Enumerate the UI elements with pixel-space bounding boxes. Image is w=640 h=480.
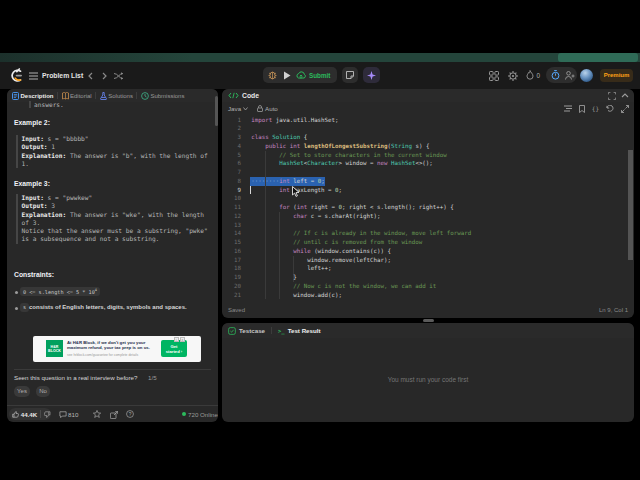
- line-number: 13: [222, 221, 241, 230]
- code-line: // Set to store characters in the curren…: [251, 151, 446, 160]
- tab-test-result[interactable]: Test Result: [288, 327, 321, 334]
- promo-banner-cta[interactable]: [558, 53, 638, 62]
- line-number: 21: [222, 291, 241, 300]
- line-number: 15: [222, 238, 241, 247]
- comment-count[interactable]: 810: [68, 411, 78, 418]
- top-navbar: Problem List Submit: [0, 62, 640, 89]
- ad-info-icon[interactable]: i: [174, 337, 179, 342]
- description-icon: [12, 92, 19, 100]
- timer-icon[interactable]: [551, 70, 560, 80]
- code-line: HashSet<Character> window = new HashSet<…: [251, 159, 433, 168]
- constraint-text: consists of English letters, digits, sym…: [29, 304, 187, 310]
- lock-icon: [257, 105, 263, 112]
- collapse-icon[interactable]: [621, 93, 629, 98]
- line-number: 9: [222, 186, 241, 195]
- editorial-icon: [62, 92, 69, 100]
- comments-icon[interactable]: [59, 411, 67, 418]
- example-title: Example 3:: [14, 180, 50, 187]
- description-panel: DescriptionEditorialSolutionsSubmissions…: [7, 89, 218, 422]
- line-number: 5: [222, 151, 241, 160]
- scrolled-text-fragment: answers.: [29, 101, 64, 108]
- ad-headline: At H&R Block, if we don't get you your m…: [67, 340, 159, 350]
- code-editor[interactable]: 1import java.util.HashSet;23class Soluti…: [222, 115, 634, 304]
- submit-cloud-icon[interactable]: [296, 71, 306, 79]
- notes-button[interactable]: [342, 67, 358, 83]
- favorite-star-icon[interactable]: [93, 410, 101, 418]
- line-number: 4: [222, 142, 241, 151]
- bullet-dot: [15, 291, 18, 294]
- code-line: public int lengthOfLongestSubstring(Stri…: [251, 142, 429, 151]
- svg-text:?: ?: [129, 412, 132, 417]
- leetcode-logo[interactable]: [10, 68, 23, 83]
- line-number: 3: [222, 133, 241, 142]
- streak-flame-icon[interactable]: [526, 70, 534, 80]
- tab-editorial[interactable]: Editorial: [62, 92, 92, 100]
- ad-logo: H&RBLOCK: [46, 340, 63, 357]
- submit-button[interactable]: Submit: [309, 72, 330, 79]
- constraint-code: 0 <= s.length <= 5 * 104: [20, 287, 100, 297]
- vote-group: 44.4K: [9, 408, 51, 420]
- constraints-title: Constraints:: [14, 271, 54, 278]
- bookmark-icon[interactable]: [579, 105, 585, 113]
- bullet-dot: [15, 307, 18, 310]
- code-line: class Solution {: [251, 133, 307, 142]
- undo-icon[interactable]: [606, 105, 614, 112]
- code-line: // If c is already in the window, move l…: [251, 229, 471, 238]
- test-panel: Testcase >_ Test Result You must run you…: [222, 323, 634, 422]
- tab-solutions[interactable]: Solutions: [100, 92, 133, 100]
- code-panel: Code Java Auto {} 1import java.util.Hash…: [222, 89, 634, 318]
- problem-list-icon[interactable]: [29, 72, 38, 80]
- code-line: window.remove(leftChar);: [251, 256, 391, 265]
- code-line: ········int left = 0;: [251, 177, 324, 186]
- next-problem-icon[interactable]: [102, 72, 107, 80]
- ad-banner[interactable]: H&RBLOCK At H&R Block, if we don't get y…: [33, 336, 201, 362]
- saved-status: Saved: [228, 307, 245, 313]
- line-number: 20: [222, 282, 241, 291]
- run-icon[interactable]: [283, 71, 291, 80]
- screen: Problem List Submit: [0, 0, 640, 480]
- code-line: char c = s.charAt(right);: [251, 212, 380, 221]
- avatar[interactable]: [580, 69, 593, 82]
- tab-description[interactable]: Description: [12, 92, 54, 100]
- share-icon[interactable]: [110, 411, 118, 419]
- ad-close-icon[interactable]: x: [180, 337, 185, 342]
- divider: [14, 369, 211, 370]
- language-select[interactable]: Java: [228, 105, 241, 112]
- invite-user-icon[interactable]: [565, 71, 575, 80]
- settings-gear-icon[interactable]: [508, 71, 518, 81]
- auto-label[interactable]: Auto: [265, 105, 278, 112]
- expand-icon[interactable]: [621, 105, 629, 113]
- ad-cta-button[interactable]: Getstarted ›: [161, 340, 187, 357]
- prev-problem-icon[interactable]: [88, 72, 93, 80]
- problem-list-label[interactable]: Problem List: [42, 72, 83, 79]
- help-icon[interactable]: ?: [126, 410, 134, 418]
- debug-icon[interactable]: [268, 70, 277, 80]
- layout-icon[interactable]: [489, 71, 499, 81]
- ai-assistant-button[interactable]: [363, 67, 380, 83]
- test-result-icon: >_: [278, 328, 285, 334]
- example-block: Input: s = "bbbbb"Output: 1Explanation: …: [16, 135, 212, 168]
- tab-submissions[interactable]: Submissions: [141, 92, 185, 100]
- code-line: window.add(c);: [251, 291, 342, 300]
- line-number: 2: [222, 124, 241, 133]
- tab-testcase[interactable]: Testcase: [239, 327, 265, 334]
- editor-scrollbar[interactable]: [628, 150, 633, 260]
- panel-resize-handle[interactable]: [423, 319, 434, 322]
- code-line: for (int right = 0; right < s.length(); …: [251, 203, 453, 212]
- format-icon[interactable]: [564, 105, 572, 112]
- survey-no-button[interactable]: No: [36, 386, 50, 397]
- code-icon: [228, 92, 239, 99]
- fullscreen-icon[interactable]: [608, 92, 616, 100]
- description-footer: 44.4K 810 ? 720 Online: [7, 405, 218, 422]
- editor-statusbar: Saved Ln 9, Col 1: [222, 304, 634, 318]
- thumbs-down-icon: [44, 411, 51, 418]
- line-number: 18: [222, 264, 241, 273]
- empty-result-message: You must run your code first: [222, 376, 634, 383]
- premium-button[interactable]: Premium: [600, 69, 633, 82]
- left-scrollbar[interactable]: [215, 96, 218, 126]
- like-count[interactable]: 44.4K: [21, 411, 38, 418]
- shuffle-icon[interactable]: [114, 72, 123, 80]
- promo-banner[interactable]: [0, 53, 640, 62]
- survey-yes-button[interactable]: Yes: [14, 386, 30, 397]
- braces-icon[interactable]: {}: [592, 105, 599, 112]
